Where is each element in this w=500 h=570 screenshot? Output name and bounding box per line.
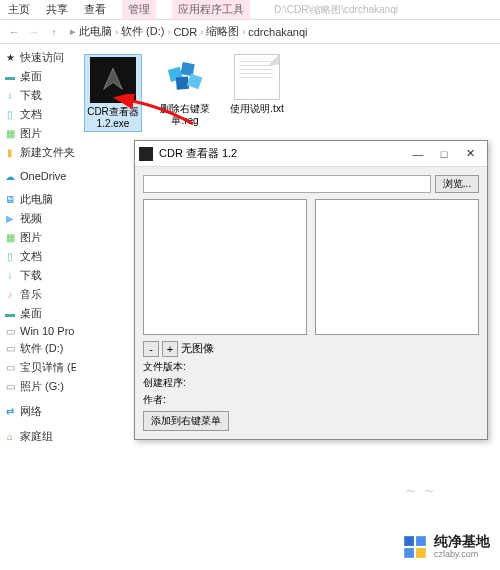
file-list-panel[interactable] xyxy=(143,199,307,335)
sidebar-drive-d[interactable]: ▭软件 (D:) xyxy=(2,339,76,358)
file-label: 删除右键菜单.reg xyxy=(156,103,214,126)
file-label: 使用说明.txt xyxy=(230,103,283,115)
sidebar-network[interactable]: ⇄网络 xyxy=(2,402,76,421)
folder-icon: ▮ xyxy=(4,147,16,159)
cdr-viewer-dialog: CDR 查看器 1.2 — □ ✕ 浏览... - + 无图像 文件版本: 创建… xyxy=(134,140,488,440)
sidebar-homegroup[interactable]: ⌂家庭组 xyxy=(2,427,76,446)
svg-rect-2 xyxy=(176,76,189,89)
address-bar: ← → ↑ ▸ 此电脑› 软件 (D:)› CDR› 缩略图› cdrchaka… xyxy=(0,20,500,44)
drive-icon: ▭ xyxy=(4,362,16,374)
music-icon: ♪ xyxy=(4,289,16,301)
forward-button[interactable]: → xyxy=(26,24,42,40)
sidebar-music[interactable]: ♪音乐 xyxy=(2,285,76,304)
up-button[interactable]: ↑ xyxy=(46,24,62,40)
sidebar-documents2[interactable]: ▯文档 xyxy=(2,247,76,266)
picture-icon: ▦ xyxy=(4,232,16,244)
title-path-hint: D:\CDR\缩略图\cdrchakanqi xyxy=(274,3,398,17)
sidebar-downloads[interactable]: ↓下载 xyxy=(2,86,76,105)
picture-icon: ▦ xyxy=(4,128,16,140)
app-icon xyxy=(139,147,153,161)
txt-thumbnail xyxy=(234,54,280,100)
cloud-icon: ☁ xyxy=(4,170,16,182)
nav-sidebar: ★快速访问 ▬桌面 ↓下载 ▯文档 ▦图片 ▮新建文件夹 (8) ☁OneDri… xyxy=(0,44,78,570)
document-icon: ▯ xyxy=(4,251,16,263)
tab-apptools[interactable]: 应用程序工具 xyxy=(172,0,250,19)
bc-root[interactable]: 此电脑 xyxy=(79,24,112,39)
back-button[interactable]: ← xyxy=(6,24,22,40)
sidebar-documents[interactable]: ▯文档 xyxy=(2,105,76,124)
drive-icon: ▭ xyxy=(4,381,16,393)
sidebar-pictures2[interactable]: ▦图片 xyxy=(2,228,76,247)
watermark-url: czlaby.com xyxy=(434,550,490,560)
svg-rect-7 xyxy=(416,548,426,558)
zoom-in-button[interactable]: + xyxy=(162,341,178,357)
meta-author: 作者: xyxy=(143,393,479,407)
browse-button[interactable]: 浏览... xyxy=(435,175,479,193)
zoom-out-button[interactable]: - xyxy=(143,341,159,357)
bc-folder2[interactable]: 缩略图 xyxy=(206,24,239,39)
meta-creator: 创建程序: xyxy=(143,376,479,390)
desktop-icon: ▬ xyxy=(4,308,16,320)
svg-rect-5 xyxy=(416,536,426,546)
sidebar-videos[interactable]: ▶视频 xyxy=(2,209,76,228)
sidebar-pictures[interactable]: ▦图片 xyxy=(2,124,76,143)
sidebar-drive-e[interactable]: ▭宝贝详情 (E:) xyxy=(2,358,76,377)
bc-folder3[interactable]: cdrchakanqi xyxy=(248,26,307,38)
svg-rect-4 xyxy=(404,536,414,546)
sidebar-thispc[interactable]: 🖥此电脑 xyxy=(2,190,76,209)
desktop-icon: ▬ xyxy=(4,71,16,83)
sidebar-desktop[interactable]: ▬桌面 xyxy=(2,67,76,86)
decoration-wave: ～～ xyxy=(404,482,440,500)
bc-drive[interactable]: 软件 (D:) xyxy=(121,24,164,39)
homegroup-icon: ⌂ xyxy=(4,431,16,443)
sidebar-drive-g[interactable]: ▭照片 (G:) xyxy=(2,377,76,396)
maximize-button[interactable]: □ xyxy=(431,144,457,164)
dialog-titlebar[interactable]: CDR 查看器 1.2 — □ ✕ xyxy=(135,141,487,167)
network-icon: ⇄ xyxy=(4,406,16,418)
bc-folder1[interactable]: CDR xyxy=(173,26,197,38)
document-icon: ▯ xyxy=(4,109,16,121)
reg-thumbnail xyxy=(162,54,208,100)
watermark-logo-icon xyxy=(402,534,428,560)
no-image-label: 无图像 xyxy=(181,341,214,356)
path-input[interactable] xyxy=(143,175,431,193)
sidebar-onedrive[interactable]: ☁OneDrive xyxy=(2,168,76,184)
sidebar-drive-c[interactable]: ▭Win 10 Pro x64 (C:) xyxy=(2,323,76,339)
tab-manage[interactable]: 管理 xyxy=(122,0,156,19)
close-button[interactable]: ✕ xyxy=(457,144,483,164)
sidebar-downloads2[interactable]: ↓下载 xyxy=(2,266,76,285)
svg-rect-1 xyxy=(181,62,195,76)
sidebar-newfolder[interactable]: ▮新建文件夹 (8) xyxy=(2,143,76,162)
tab-share[interactable]: 共享 xyxy=(46,2,68,17)
minimize-button[interactable]: — xyxy=(405,144,431,164)
file-txt[interactable]: 使用说明.txt xyxy=(228,54,286,115)
meta-version: 文件版本: xyxy=(143,360,479,374)
ribbon-tabs: 主页 共享 查看 管理 应用程序工具 D:\CDR\缩略图\cdrchakanq… xyxy=(0,0,500,20)
pc-icon: 🖥 xyxy=(4,194,16,206)
dialog-title: CDR 查看器 1.2 xyxy=(159,146,405,161)
star-icon: ★ xyxy=(4,52,16,64)
sidebar-quick-access[interactable]: ★快速访问 xyxy=(2,48,76,67)
exe-thumbnail xyxy=(90,57,136,103)
tab-home[interactable]: 主页 xyxy=(8,2,30,17)
drive-icon: ▭ xyxy=(4,343,16,355)
sidebar-desktop2[interactable]: ▬桌面 xyxy=(2,304,76,323)
preview-panel xyxy=(315,199,479,335)
file-exe[interactable]: CDR查看器1.2.exe xyxy=(84,54,142,132)
drive-icon: ▭ xyxy=(4,325,16,337)
download-icon: ↓ xyxy=(4,90,16,102)
download-icon: ↓ xyxy=(4,270,16,282)
file-label: CDR查看器1.2.exe xyxy=(87,106,139,129)
file-reg[interactable]: 删除右键菜单.reg xyxy=(156,54,214,126)
svg-rect-6 xyxy=(404,548,414,558)
tab-view[interactable]: 查看 xyxy=(84,2,106,17)
watermark-name: 纯净基地 xyxy=(434,534,490,549)
video-icon: ▶ xyxy=(4,213,16,225)
add-context-menu-button[interactable]: 添加到右键菜单 xyxy=(143,411,229,431)
watermark: 纯净基地 czlaby.com xyxy=(402,534,490,560)
svg-rect-3 xyxy=(187,74,203,90)
breadcrumb[interactable]: ▸ 此电脑› 软件 (D:)› CDR› 缩略图› cdrchakanqi xyxy=(70,24,308,39)
